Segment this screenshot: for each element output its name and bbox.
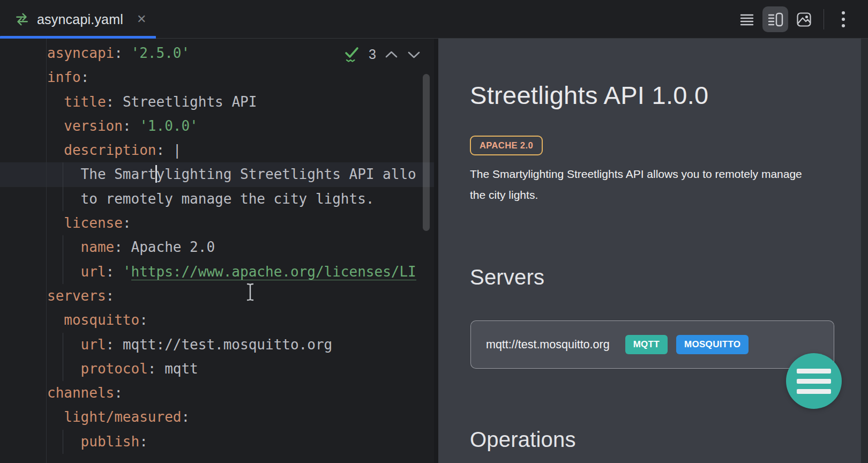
code-line[interactable]: channels: [0, 381, 434, 405]
yaml-link[interactable]: https://www.apache.org/licenses/LI [131, 264, 416, 280]
operations-heading: Operations [470, 428, 576, 452]
asyncapi-preview-pane: Streetlights API 1.0.0 APACHE 2.0 The Sm… [438, 39, 868, 463]
code-token: '2.5.0' [131, 45, 190, 61]
code-token: : [106, 264, 123, 280]
api-description: The Smartylighting Streetlights API allo… [470, 163, 834, 205]
code-token: version [64, 118, 123, 134]
license-badge: APACHE 2.0 [470, 136, 543, 155]
editor-tab-bar: asyncapi.yaml ✕ [0, 0, 868, 39]
code-token: : [123, 118, 139, 134]
tab-label: asyncapi.yaml [37, 12, 123, 27]
code-line[interactable]: description: | [0, 138, 434, 162]
code-line[interactable]: light/measured: [0, 405, 434, 429]
code-token: Apache 2.0 [131, 239, 215, 255]
ide-window: asyncapi.yaml ✕ [0, 0, 868, 463]
code-token: ' [123, 264, 131, 280]
code-token: license [64, 215, 123, 231]
code-token: : [139, 312, 148, 328]
code-line[interactable]: info: [0, 65, 434, 89]
indent-guide [63, 235, 63, 259]
indent-guide [63, 430, 63, 454]
code-token: : [148, 361, 164, 377]
code-token: info [47, 69, 81, 85]
code-token: description [64, 142, 156, 158]
code-line[interactable]: protocol: mqtt [0, 357, 434, 381]
code-token: | [173, 142, 182, 158]
indent-guide [63, 187, 63, 211]
indent-guide [63, 333, 63, 357]
code-token: mosquitto [64, 312, 139, 328]
code-token: : [156, 142, 173, 158]
code-line[interactable]: name: Apache 2.0 [0, 235, 434, 259]
protocol-badge-mosquitto: MOSQUITTO [676, 335, 749, 354]
code-line[interactable]: license: [0, 211, 434, 235]
code-token: mqtt [164, 361, 198, 377]
menu-hamburger-icon [797, 369, 831, 394]
code-token: asyncapi [47, 45, 114, 61]
code-line[interactable]: url: 'https://www.apache.org/licenses/LI [0, 260, 434, 284]
asyncapi-file-icon [14, 11, 30, 27]
code-area: asyncapi: '2.5.0'info:title: Streetlight… [0, 41, 434, 454]
code-token: publish [81, 434, 140, 450]
toolbar-divider [824, 9, 824, 29]
code-token: light/measured [64, 409, 181, 425]
code-token: channels [47, 385, 114, 401]
code-token: : [114, 239, 131, 255]
preview-scrollbar-track[interactable] [861, 39, 868, 463]
show-preview-only-icon[interactable] [791, 6, 817, 32]
code-token: : [139, 434, 148, 450]
mouse-ibeam-cursor [245, 283, 255, 304]
preview-layout-actions [734, 0, 868, 39]
inspections-widget[interactable]: 3 [344, 46, 421, 63]
code-line[interactable]: servers: [0, 284, 434, 308]
code-line[interactable]: publish: [0, 430, 434, 454]
code-token: : [114, 45, 131, 61]
code-line[interactable]: title: Streetlights API [0, 90, 434, 114]
server-badges: MQTTMOSQUITTO [625, 335, 749, 354]
code-token: ylighting Streetlights API allo [156, 166, 416, 182]
code-line[interactable]: to remotely manage the city lights. [0, 187, 434, 211]
gutter-separator [46, 39, 47, 463]
protocol-badge-mqtt: MQTT [625, 335, 668, 354]
code-token: mqtt://test.mosquitto.org [123, 337, 332, 353]
code-token: : [106, 288, 115, 304]
show-editor-and-preview-icon[interactable] [762, 6, 788, 32]
api-title: Streetlights API 1.0.0 [470, 80, 709, 110]
code-line[interactable]: The Smartylighting Streetlights API allo [0, 162, 434, 186]
code-token: The Smart [81, 166, 156, 182]
show-editor-only-icon[interactable] [734, 6, 760, 32]
code-token: : [123, 215, 131, 231]
indent-guide [63, 260, 63, 284]
inspections-ok-icon [344, 46, 361, 63]
inspections-count: 3 [369, 47, 376, 62]
preview-menu-fab[interactable] [786, 353, 842, 409]
code-token: : [81, 69, 89, 85]
indent-guide [63, 357, 63, 381]
code-token: : [181, 409, 190, 425]
code-token: '1.0.0' [139, 118, 198, 134]
editor-scrollbar-thumb[interactable] [423, 74, 430, 231]
code-token: servers [47, 288, 106, 304]
next-problem-icon[interactable] [407, 50, 421, 59]
editor-preview-splitter[interactable] [434, 39, 438, 463]
code-line[interactable]: version: '1.0.0' [0, 114, 434, 138]
code-token: Streetlights API [123, 94, 257, 110]
prev-problem-icon[interactable] [384, 50, 399, 59]
code-line[interactable]: mosquitto: [0, 308, 434, 332]
code-token: to remotely manage the city lights. [81, 191, 375, 207]
servers-heading: Servers [470, 265, 544, 289]
code-token: protocol [81, 361, 148, 377]
code-token: title [64, 94, 106, 110]
yaml-editor-pane[interactable]: asyncapi: '2.5.0'info:title: Streetlight… [0, 39, 434, 463]
tab-close-icon[interactable]: ✕ [137, 13, 146, 25]
server-url: mqtt://test.mosquitto.org [486, 338, 610, 352]
code-token: : [106, 337, 123, 353]
code-token: url [81, 264, 106, 280]
file-tab-asyncapi-yaml[interactable]: asyncapi.yaml ✕ [0, 0, 155, 39]
code-token: : [106, 94, 123, 110]
code-line[interactable]: url: mqtt://test.mosquitto.org [0, 333, 434, 357]
code-token: : [114, 385, 123, 401]
code-token: url [81, 337, 106, 353]
code-token: name [81, 239, 115, 255]
more-options-icon[interactable] [830, 6, 856, 32]
